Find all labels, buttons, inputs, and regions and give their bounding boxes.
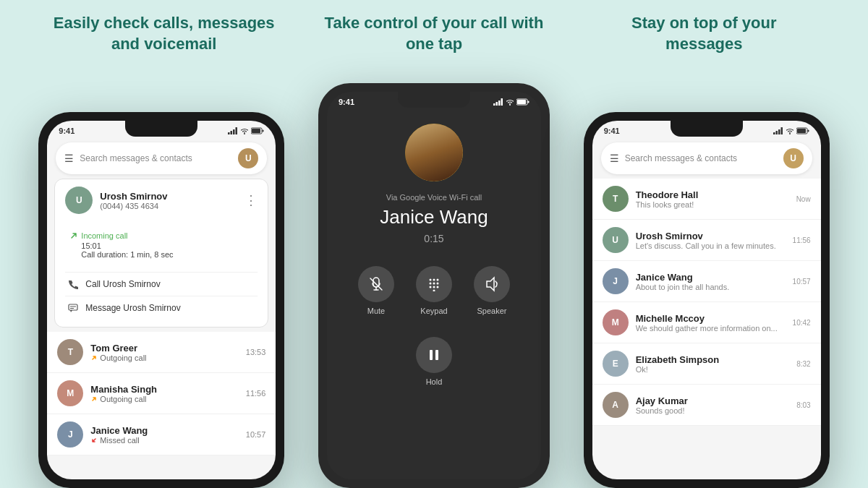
speaker-button[interactable]: Speaker (474, 266, 510, 315)
info-elizabeth: Elizabeth Simpson Ok! (636, 354, 790, 374)
phone-active-call: 9:41 Via Google Voice Wi-Fi call Janice … (318, 83, 550, 488)
preview-urosh: Let's discuss. Call you in a few minutes… (636, 241, 786, 250)
preview-michelle: We should gather more information on... (636, 324, 786, 333)
hold-icon (427, 348, 441, 361)
avatar-tom: T (57, 339, 83, 365)
hold-button[interactable]: Hold (416, 337, 452, 386)
preview-ajay: Sounds good! (636, 406, 790, 415)
speaker-label: Speaker (477, 307, 506, 315)
message-item-urosh[interactable]: U Urosh Smirnov Let's discuss. Call you … (592, 220, 821, 261)
call-screen: Via Google Voice Wi-Fi call Janice Wang … (327, 109, 541, 471)
time-janice-right: 10:57 (793, 278, 811, 286)
speaker-icon (484, 276, 500, 292)
call-detail-urosh: Incoming call 15:01 Call duration: 1 min… (65, 227, 258, 259)
svg-rect-35 (778, 129, 780, 134)
svg-point-26 (429, 286, 431, 288)
svg-point-21 (433, 279, 435, 281)
call-action-label: Call Urosh Smirnov (85, 279, 160, 289)
signal-icon-3 (773, 127, 783, 134)
status-tom: Outgoing call (100, 354, 146, 362)
phone-notch-1 (125, 121, 197, 137)
svg-rect-32 (435, 350, 438, 360)
svg-rect-15 (517, 100, 526, 104)
svg-rect-10 (493, 103, 495, 106)
svg-rect-0 (228, 132, 230, 134)
call-duration-display: 0:15 (424, 233, 443, 244)
caller-avatar (405, 124, 463, 181)
hold-icon-circle (416, 337, 452, 373)
call-controls: Mute (358, 266, 510, 315)
caller-name: Janice Wang (380, 206, 488, 228)
avatar-elizabeth: E (603, 351, 629, 377)
signal-icon-1 (228, 127, 238, 134)
status-icons-1 (228, 127, 264, 134)
info-tom: Tom Greer Outgoing call (90, 343, 238, 362)
info-janice: Janice Wang Missed call (90, 425, 238, 445)
status-icons-3 (773, 127, 809, 134)
call-subtitle: Via Google Voice Wi-Fi call (386, 193, 482, 202)
svg-rect-33 (773, 132, 775, 134)
time-michelle: 10:42 (793, 319, 811, 327)
message-action-btn[interactable]: Message Urosh Smirnov (65, 296, 258, 320)
status-time-3: 9:41 (604, 127, 620, 135)
header-column-3: Stay on top of yourmessages (569, 13, 839, 54)
time-urosh-right: 11:56 (793, 236, 811, 244)
outgoing-icon-tom (90, 354, 98, 361)
svg-rect-16 (527, 101, 529, 103)
svg-rect-38 (797, 129, 806, 133)
message-item-michelle[interactable]: M Michelle Mccoy We should gather more i… (592, 302, 821, 343)
call-type-urosh: Incoming call (69, 231, 258, 240)
header-column-1: Easily check calls, messagesand voicemai… (29, 13, 299, 54)
status-time-2: 9:41 (339, 98, 354, 106)
name-janice-left: Janice Wang (90, 425, 238, 436)
mute-label: Mute (367, 307, 385, 315)
message-item-janice-right[interactable]: J Janice Wang About to join the all hand… (592, 261, 821, 302)
contact-item-janice[interactable]: J Janice Wang Missed call 10:57 (47, 414, 276, 455)
phone-screen-3: 9:41 ☰ Search messages & contacts U T T (592, 121, 821, 479)
keypad-button[interactable]: Keypad (416, 266, 452, 315)
wifi-icon-3 (786, 127, 794, 134)
name-ajay: Ajay Kumar (636, 395, 790, 406)
svg-rect-3 (236, 127, 238, 134)
mute-button[interactable]: Mute (358, 266, 394, 315)
wifi-icon-1 (240, 127, 249, 134)
svg-rect-36 (780, 127, 783, 134)
preview-janice: About to join the all hands. (636, 283, 786, 291)
message-action-label: Message Urosh Smirnov (85, 303, 180, 313)
search-text-3: Search messages & contacts (625, 153, 778, 163)
search-bar-1[interactable]: ☰ Search messages & contacts U (56, 142, 267, 174)
svg-rect-13 (501, 98, 503, 106)
svg-rect-11 (495, 102, 498, 106)
message-item-theodore[interactable]: T Theodore Hall This looks great! Now (592, 179, 821, 220)
header-title-1: Easily check calls, messagesand voicemai… (43, 13, 284, 54)
contact-item-tom[interactable]: T Tom Greer Outgoing call 13:53 (47, 332, 276, 373)
battery-icon-1 (251, 127, 264, 134)
svg-point-25 (436, 283, 438, 285)
message-item-ajay[interactable]: A Ajay Kumar Sounds good! 8:03 (592, 385, 821, 426)
svg-rect-39 (807, 130, 809, 132)
svg-point-23 (429, 283, 431, 285)
name-tom: Tom Greer (90, 343, 238, 354)
info-janice-right: Janice Wang About to join the all hands. (636, 272, 786, 291)
svg-point-24 (433, 283, 435, 285)
expanded-contact: U Urosh Smirnov (0044) 435 4634 ⋮ Incomi… (54, 179, 268, 328)
svg-point-28 (436, 286, 438, 288)
call-action-btn[interactable]: Call Urosh Smirnov (65, 273, 258, 296)
keypad-icon (427, 277, 441, 291)
menu-icon-3: ☰ (610, 153, 619, 164)
name-janice-right: Janice Wang (636, 272, 786, 283)
contact-item-manisha[interactable]: M Manisha Singh Outgoing call 11:56 (47, 373, 276, 414)
incoming-call-icon (69, 231, 78, 240)
header-title-3: Stay on top of yourmessages (584, 13, 825, 54)
search-bar-3[interactable]: ☰ Search messages & contacts U (601, 142, 812, 174)
status-icons-2 (493, 98, 529, 106)
message-item-elizabeth[interactable]: E Elizabeth Simpson Ok! 8:32 (592, 343, 821, 385)
name-urosh-right: Urosh Smirnov (636, 231, 786, 241)
battery-icon-2 (516, 98, 529, 106)
phone-screen-2: 9:41 Via Google Voice Wi-Fi call Janice … (327, 92, 541, 479)
more-icon-urosh[interactable]: ⋮ (244, 192, 258, 208)
keypad-label: Keypad (420, 307, 447, 315)
info-urosh-right: Urosh Smirnov Let's discuss. Call you in… (636, 231, 786, 250)
avatar-manisha: M (57, 380, 83, 406)
avatar-ajay: A (603, 392, 629, 418)
